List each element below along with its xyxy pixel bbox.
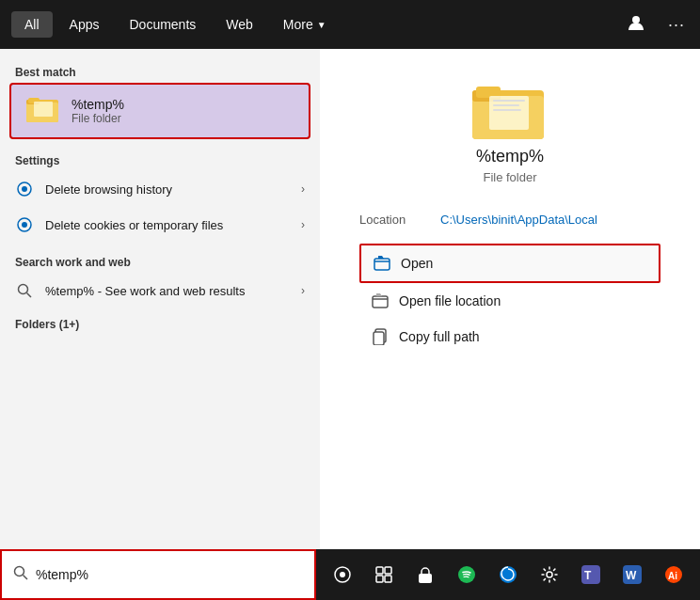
right-title: %temp% — [476, 147, 544, 166]
start-button[interactable] — [326, 558, 359, 592]
teams-button[interactable]: T — [574, 558, 608, 592]
svg-rect-29 — [385, 567, 391, 574]
open-icon — [373, 254, 391, 273]
settings-icon-1 — [15, 180, 34, 198]
search-web-label: Search work and web — [0, 250, 320, 273]
top-nav: All Apps Documents Web More ▼ ··· — [0, 0, 700, 49]
best-match-text: %temp% File folder — [72, 97, 124, 125]
search-bar — [0, 549, 316, 600]
folder-icon-large — [472, 77, 548, 147]
svg-point-7 — [22, 186, 27, 192]
main-area: Best match %temp% File folder Settings — [0, 49, 700, 549]
settings-label: Settings — [0, 149, 320, 171]
svg-point-24 — [15, 567, 24, 576]
svg-rect-32 — [419, 574, 432, 583]
svg-point-35 — [547, 572, 552, 577]
more-options-button[interactable]: ··· — [664, 11, 689, 39]
tab-web[interactable]: Web — [213, 11, 266, 38]
svg-line-25 — [24, 576, 28, 580]
taskbar: T W Ai — [0, 549, 700, 600]
folders-label: Folders (1+) — [0, 308, 320, 337]
best-match-item[interactable]: %temp% File folder — [9, 83, 310, 139]
arrow-icon-3: › — [301, 284, 305, 297]
svg-rect-23 — [374, 332, 384, 345]
lock-icon-button[interactable] — [408, 558, 442, 592]
svg-rect-31 — [385, 576, 391, 582]
svg-point-0 — [632, 16, 640, 24]
actions-list: Open Open file location — [359, 244, 660, 355]
search-icon — [13, 565, 28, 584]
user-icon-button[interactable] — [623, 9, 649, 39]
best-match-label: Best match — [0, 60, 320, 83]
chevron-down-icon: ▼ — [317, 20, 326, 30]
svg-text:W: W — [626, 569, 637, 582]
svg-line-11 — [27, 293, 32, 298]
settings-button[interactable] — [533, 558, 566, 592]
location-value[interactable]: C:\Users\binit\AppData\Local — [440, 213, 597, 227]
left-panel: Best match %temp% File folder Settings — [0, 49, 320, 549]
open-location-icon — [371, 292, 390, 310]
settings-icon-2 — [15, 215, 34, 234]
settings-item-2[interactable]: Delete cookies or temporary files › — [0, 207, 320, 243]
svg-point-9 — [22, 222, 27, 228]
svg-text:Ai: Ai — [668, 571, 677, 581]
search-input[interactable] — [36, 567, 303, 582]
ai-button[interactable]: Ai — [657, 558, 691, 592]
svg-point-10 — [19, 285, 28, 294]
svg-rect-18 — [493, 104, 519, 106]
arrow-icon-2: › — [301, 218, 305, 231]
folder-icon-small — [26, 94, 60, 128]
svg-rect-30 — [376, 576, 383, 582]
tab-all[interactable]: All — [11, 11, 53, 38]
right-subtitle: File folder — [483, 170, 536, 184]
open-file-location-button[interactable]: Open file location — [359, 283, 660, 319]
task-view-button[interactable] — [367, 558, 401, 592]
right-panel: %temp% File folder Location C:\Users\bin… — [320, 49, 700, 549]
location-label: Location — [359, 213, 425, 227]
search-web-icon — [15, 281, 34, 300]
svg-rect-5 — [34, 102, 53, 117]
spotify-button[interactable] — [450, 558, 484, 592]
tab-more[interactable]: More ▼ — [270, 11, 340, 38]
tab-apps[interactable]: Apps — [56, 11, 113, 38]
settings-item-1[interactable]: Delete browsing history › — [0, 171, 320, 207]
tab-documents[interactable]: Documents — [116, 11, 209, 38]
taskbar-icons: T W Ai — [316, 558, 700, 592]
search-web-item[interactable]: %temp% - See work and web results › — [0, 273, 320, 308]
svg-rect-20 — [374, 259, 390, 270]
svg-rect-19 — [493, 109, 521, 111]
arrow-icon-1: › — [301, 182, 305, 196]
svg-rect-28 — [376, 567, 383, 574]
svg-point-27 — [340, 572, 345, 577]
svg-rect-17 — [493, 100, 525, 102]
copy-path-icon — [371, 327, 390, 346]
svg-rect-21 — [373, 296, 388, 308]
location-row: Location C:\Users\binit\AppData\Local — [359, 207, 660, 232]
copy-full-path-button[interactable]: Copy full path — [359, 319, 660, 355]
word-button[interactable]: W — [615, 558, 649, 592]
open-button[interactable]: Open — [359, 244, 660, 283]
svg-text:T: T — [584, 569, 592, 582]
edge-button[interactable] — [491, 558, 525, 592]
